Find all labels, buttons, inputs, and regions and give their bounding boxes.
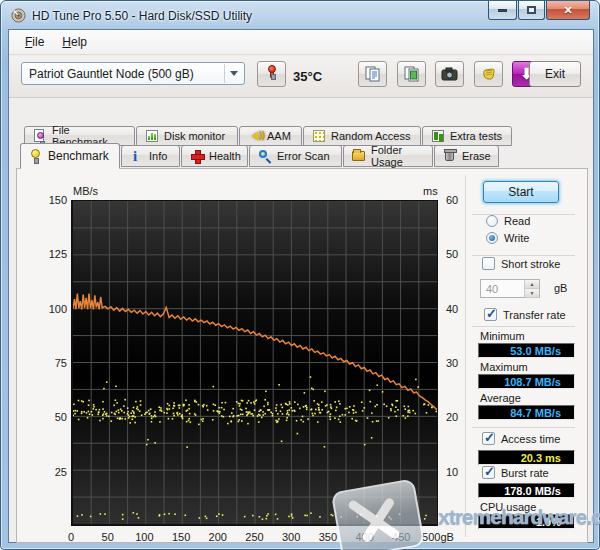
burst-rate-checkbox[interactable] xyxy=(482,466,495,479)
read-radio[interactable] xyxy=(486,215,498,227)
transfer-rate-row[interactable]: Transfer rate xyxy=(484,308,566,321)
menu-help[interactable]: Help xyxy=(53,32,96,52)
short-stroke-value: 40 xyxy=(481,280,524,297)
lightbulb-icon xyxy=(29,149,43,163)
tick-label: 300 xyxy=(271,531,311,543)
client-area: File Help Patriot Gauntlet Node (500 gB)… xyxy=(8,29,594,543)
tick-label: 200 xyxy=(198,531,238,543)
app-icon xyxy=(11,8,26,23)
exit-button[interactable]: Exit xyxy=(529,61,581,87)
extra-tests-icon xyxy=(431,129,445,143)
tab-random-access[interactable]: Random Access xyxy=(303,126,421,146)
tab-info[interactable]: i Info xyxy=(121,145,180,167)
tick-label: 40 xyxy=(446,303,458,315)
chart-canvas xyxy=(73,201,437,524)
tick-label: 250 xyxy=(235,531,275,543)
tick-label: 500gB xyxy=(418,531,458,543)
tick-label: 10 xyxy=(446,466,458,478)
short-stroke-checkbox[interactable] xyxy=(482,257,495,270)
tab-extra-tests[interactable]: Extra tests xyxy=(422,126,512,146)
tick-label: 150 xyxy=(29,194,67,206)
health-cross-icon xyxy=(190,149,204,163)
menu-file[interactable]: File xyxy=(16,32,53,52)
short-stroke-spinner[interactable]: 40 ▲▼ xyxy=(480,279,540,298)
read-radio-row[interactable]: Read xyxy=(486,215,530,227)
copy-text-button[interactable] xyxy=(358,61,387,87)
minimize-button[interactable] xyxy=(488,1,517,20)
tab-erase[interactable]: Erase xyxy=(434,145,499,167)
tick-label: 50 xyxy=(88,531,128,543)
access-time-row[interactable]: Access time xyxy=(482,432,560,445)
menu-bar: File Help xyxy=(9,30,593,55)
copy-image-icon xyxy=(404,66,420,82)
thermometer-icon xyxy=(268,65,276,83)
minimum-value: 53.0 MB/s xyxy=(478,343,575,358)
title-bar: HD Tune Pro 5.50 - Hard Disk/SSD Utility… xyxy=(1,1,599,29)
temperature-value: 35°C xyxy=(293,69,322,84)
tick-label: 20 xyxy=(446,411,458,423)
copy-image-button[interactable] xyxy=(397,61,426,87)
toolbar: Patriot Gauntlet Node (500 gB) 35°C xyxy=(9,56,593,98)
access-time-checkbox[interactable] xyxy=(482,432,495,445)
tick-label: 400 xyxy=(345,531,385,543)
tick-label: 50 xyxy=(446,248,458,260)
tick-label: 75 xyxy=(29,357,67,369)
speaker-icon xyxy=(248,129,262,143)
tick-label: 350 xyxy=(308,531,348,543)
disk-monitor-icon xyxy=(145,129,159,143)
tab-folder-usage[interactable]: Folder Usage xyxy=(343,145,433,167)
right-axis-unit: ms xyxy=(423,185,438,197)
app-window: HD Tune Pro 5.50 - Hard Disk/SSD Utility… xyxy=(0,0,600,550)
donate-button[interactable] xyxy=(474,61,503,87)
copy-text-icon xyxy=(365,66,381,82)
spin-up-icon: ▲ xyxy=(525,280,539,289)
tick-label: 0 xyxy=(51,531,91,543)
tick-label: 450 xyxy=(381,531,421,543)
maximum-label: Maximum xyxy=(480,361,528,373)
screenshot-button[interactable] xyxy=(435,61,464,87)
magnifier-icon xyxy=(258,149,272,163)
minimize-icon xyxy=(498,9,507,12)
cpu-usage-value: 1.9% xyxy=(478,514,575,529)
write-radio-row[interactable]: Write xyxy=(486,232,529,244)
tab-aam[interactable]: AAM xyxy=(239,126,302,146)
tab-error-scan[interactable]: Error Scan xyxy=(249,145,342,167)
transfer-rate-checkbox[interactable] xyxy=(484,308,497,321)
random-access-icon xyxy=(312,129,326,143)
tab-disk-monitor[interactable]: Disk monitor xyxy=(136,126,238,146)
tick-label: 60 xyxy=(446,194,458,206)
info-icon: i xyxy=(130,149,144,163)
camera-icon xyxy=(441,67,458,81)
trash-icon xyxy=(443,149,457,163)
close-button[interactable]: ✕ xyxy=(546,1,590,20)
spinner-arrows[interactable]: ▲▼ xyxy=(524,280,539,297)
restore-button[interactable] xyxy=(518,1,545,20)
start-button[interactable]: Start xyxy=(483,181,559,203)
tab-health[interactable]: Health xyxy=(181,145,248,167)
donate-hand-icon xyxy=(481,66,497,82)
tick-label: 100 xyxy=(124,531,164,543)
maximum-value: 108.7 MB/s xyxy=(478,374,575,389)
burst-rate-value: 178.0 MB/s xyxy=(478,483,575,498)
burst-rate-row[interactable]: Burst rate xyxy=(482,466,549,479)
drive-select[interactable]: Patriot Gauntlet Node (500 gB) xyxy=(21,62,245,85)
temperature-button[interactable] xyxy=(257,61,286,87)
drive-select-value: Patriot Gauntlet Node (500 gB) xyxy=(29,67,194,81)
write-radio[interactable] xyxy=(486,232,498,244)
spin-down-icon: ▼ xyxy=(525,289,539,298)
tick-label: 150 xyxy=(161,531,201,543)
tab-benchmark[interactable]: Benchmark xyxy=(20,143,120,169)
tick-label: 30 xyxy=(446,357,458,369)
chevron-down-icon xyxy=(224,64,243,83)
left-axis-unit: MB/s xyxy=(73,185,98,197)
benchmark-page: MB/s ms 15012510075502560504030201005010… xyxy=(16,168,588,543)
panel-divider xyxy=(465,175,466,537)
average-label: Average xyxy=(480,392,521,404)
window-title: HD Tune Pro 5.50 - Hard Disk/SSD Utility xyxy=(32,9,252,23)
benchmark-chart xyxy=(71,200,438,526)
folder-icon xyxy=(352,149,366,163)
file-benchmark-icon xyxy=(33,129,47,143)
short-stroke-row[interactable]: Short stroke xyxy=(482,257,560,270)
short-stroke-unit: gB xyxy=(554,282,567,294)
tick-label: 50 xyxy=(29,411,67,423)
